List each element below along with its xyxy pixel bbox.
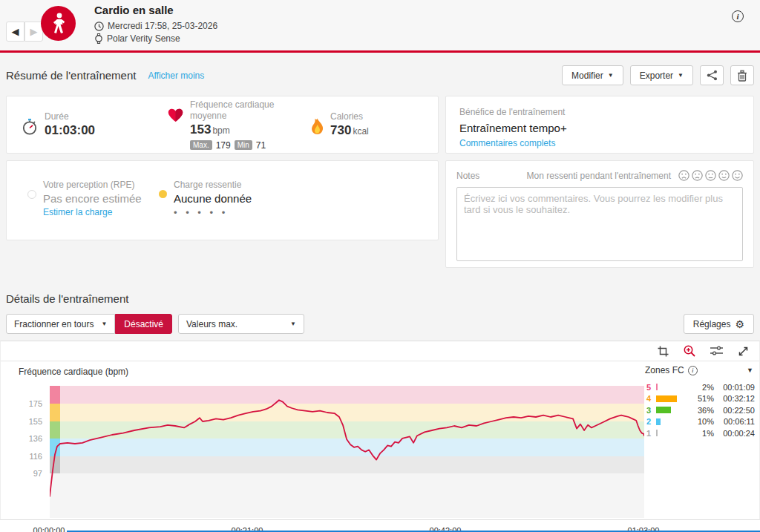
modify-button[interactable]: Modifier▼ [562, 65, 623, 85]
summary-header-row: Résumé de l'entraînement Afficher moins … [0, 53, 760, 91]
rpe-empty-circle-icon [27, 190, 36, 199]
next-arrow-icon: ▶ [30, 26, 38, 37]
zone-number: 2 [645, 417, 652, 426]
max-values-dropdown[interactable]: Valeurs max. ▼ [178, 314, 304, 334]
share-icon [707, 70, 718, 81]
split-laps-dropdown[interactable]: Fractionner en tours ▼ [6, 314, 115, 334]
calories-stat: Calories 730kcal [296, 111, 438, 138]
device-icon [94, 33, 103, 44]
sport-icon-badge [41, 6, 76, 41]
felt-load-label: Charge ressentie [174, 180, 252, 191]
zone-number: 3 [645, 406, 652, 415]
calories-value: 730kcal [330, 123, 369, 138]
zoom-tool-button[interactable] [684, 345, 695, 357]
y-tick-label: 97 [1, 469, 42, 478]
zone-bar [656, 395, 677, 402]
zone-row: 11%00:00:24 [645, 427, 755, 439]
benefit-label: Bénéfice de l'entraînement [459, 107, 740, 117]
notes-textarea[interactable] [456, 187, 743, 261]
mood-very-happy-icon[interactable] [732, 170, 743, 181]
y-tick-label: 136 [1, 434, 42, 443]
show-less-link[interactable]: Afficher moins [148, 70, 204, 81]
hr-chart-panel: Fréquence cardiaque (bpm) 17515513611697… [0, 341, 760, 520]
zone-percent: 2% [679, 383, 714, 392]
mood-neutral-icon[interactable] [705, 170, 716, 181]
export-button[interactable]: Exporter▼ [630, 65, 693, 85]
zone-row: 336%00:22:50 [645, 404, 755, 416]
hr-zones-panel: Zones FC i ▼ 52%00:01:09451%00:32:12336%… [645, 365, 755, 439]
session-datetime: Mercredi 17:58, 25-03-2026 [108, 21, 217, 31]
settings-button[interactable]: Réglages ⚙ [684, 314, 754, 334]
zone-time: 00:01:09 [714, 383, 755, 392]
trash-icon [737, 70, 747, 82]
zone-number: 4 [645, 394, 652, 403]
mood-selector [678, 170, 743, 181]
sliders-icon [710, 346, 723, 356]
full-comments-link[interactable]: Commentaires complets [459, 138, 555, 148]
rpe-label: Votre perception (RPE) [43, 180, 142, 191]
mood-happy-icon[interactable] [718, 170, 730, 181]
flame-icon [311, 118, 324, 135]
mood-very-sad-icon[interactable] [678, 170, 689, 181]
details-section-title: Détails de l'entraînement [0, 268, 760, 314]
zone-bar [656, 384, 658, 390]
hr-plot [50, 386, 644, 518]
zone-percent: 10% [679, 417, 714, 426]
heart-rate-unit: bpm [212, 125, 229, 136]
felt-load-stat: Charge ressentie Aucune donnée • • • • • [159, 180, 252, 240]
zone-percent: 51% [679, 394, 714, 403]
details-controls: Fractionner en tours ▼ Désactivé Valeurs… [0, 314, 760, 341]
zone-bar [656, 407, 671, 413]
zone-number: 1 [645, 429, 652, 438]
rpe-value: Pas encore estimée [43, 192, 142, 205]
delete-button[interactable] [730, 65, 754, 85]
clock-icon [94, 22, 104, 31]
zones-collapse-caret-icon[interactable]: ▼ [747, 367, 753, 374]
expand-chart-button[interactable] [738, 346, 749, 357]
max-hr-value: 179 [216, 140, 231, 151]
estimate-load-link[interactable]: Estimer la charge [43, 207, 112, 217]
share-button[interactable] [700, 65, 724, 85]
min-hr-value: 71 [256, 140, 266, 151]
heart-rate-label: Fréquence cardiaque moyenne [190, 99, 290, 122]
session-header: ◀ ▶ Cardio en salle Mercredi 17:58, 25-0… [0, 0, 760, 50]
zone-time: 00:22:50 [714, 406, 755, 415]
felt-load-scale-dots: • • • • • [174, 207, 252, 218]
zone-time: 00:06:11 [714, 417, 755, 426]
chevron-down-icon: ▼ [290, 321, 296, 327]
heart-rate-stat: Fréquence cardiaque moyenne 153bpm Max. … [153, 99, 296, 151]
zone-bar [656, 430, 658, 436]
max-badge: Max. [190, 140, 212, 150]
felt-load-value: Aucune donnée [174, 192, 252, 205]
zone-bar [656, 418, 661, 425]
zone-percent: 1% [679, 429, 714, 438]
zones-info-icon[interactable]: i [688, 366, 698, 375]
chart-options-button[interactable] [710, 346, 723, 356]
perception-card: Votre perception (RPE) Pas encore estimé… [6, 160, 439, 240]
zones-title: Zones FC [645, 365, 684, 375]
crop-tool-button[interactable] [658, 346, 669, 357]
summary-stats-card: Durée 01:03:00 Fréquence cardiaque moyen… [6, 96, 439, 154]
info-icon[interactable]: i [732, 10, 744, 22]
mood-prompt: Mon ressenti pendant l'entraînement [527, 171, 671, 181]
expand-icon [738, 346, 749, 357]
calories-label: Calories [330, 111, 369, 122]
chevron-down-icon: ▼ [678, 72, 684, 79]
zoom-in-icon [684, 345, 695, 357]
summary-section-title: Résumé de l'entraînement [6, 69, 136, 82]
previous-session-button[interactable]: ◀ [6, 22, 24, 42]
chart-title: Fréquence cardiaque (bpm) [19, 367, 128, 377]
stopwatch-icon [22, 118, 38, 136]
benefit-value: Entraînement tempo+ [459, 122, 740, 134]
heart-rate-value: 153bpm [190, 122, 290, 137]
mood-sad-icon[interactable] [692, 170, 703, 181]
chevron-down-icon: ▼ [608, 72, 614, 79]
duration-label: Durée [45, 111, 95, 122]
notes-card: Notes Mon ressenti pendant l'entraînemen… [445, 160, 754, 268]
device-name: Polar Verity Sense [107, 33, 180, 44]
duration-stat: Durée 01:03:00 [7, 111, 153, 138]
previous-arrow-icon: ◀ [12, 26, 19, 37]
zone-row: 451%00:32:12 [645, 393, 755, 405]
training-benefit-card: Bénéfice de l'entraînement Entraînement … [445, 96, 754, 154]
split-disabled-toggle[interactable]: Désactivé [115, 314, 172, 334]
